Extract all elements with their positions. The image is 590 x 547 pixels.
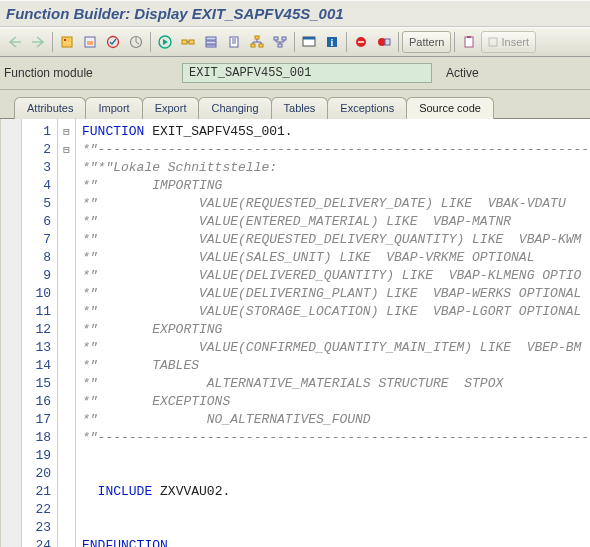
code-editor[interactable]: 1 2 3 4 5 6 7 8 9 10 11 12 13 14 15 16 1… bbox=[0, 119, 590, 547]
svg-rect-20 bbox=[303, 37, 315, 40]
svg-text:i: i bbox=[331, 37, 334, 48]
svg-rect-11 bbox=[206, 45, 216, 47]
activate-icon[interactable] bbox=[125, 31, 147, 53]
module-field[interactable] bbox=[182, 63, 432, 83]
margin-bar bbox=[0, 119, 22, 547]
svg-rect-15 bbox=[259, 44, 263, 47]
module-label: Function module bbox=[4, 66, 174, 80]
svg-rect-18 bbox=[278, 44, 282, 47]
forward-icon[interactable] bbox=[27, 31, 49, 53]
clipboard-icon[interactable] bbox=[458, 31, 480, 53]
toolbar: i Pattern Insert bbox=[0, 27, 590, 57]
where-used-icon[interactable] bbox=[177, 31, 199, 53]
separator bbox=[52, 32, 53, 52]
insert-label: Insert bbox=[501, 36, 529, 48]
svg-rect-0 bbox=[62, 37, 72, 47]
display-object-icon[interactable] bbox=[56, 31, 78, 53]
check-icon[interactable] bbox=[102, 31, 124, 53]
insert-button[interactable]: Insert bbox=[481, 31, 536, 53]
tab-attributes[interactable]: Attributes bbox=[14, 97, 86, 119]
svg-rect-7 bbox=[182, 40, 187, 44]
svg-rect-10 bbox=[206, 41, 216, 44]
screen-icon[interactable] bbox=[298, 31, 320, 53]
navigation-icon[interactable] bbox=[223, 31, 245, 53]
tab-exceptions[interactable]: Exceptions bbox=[327, 97, 407, 119]
other-object-icon[interactable] bbox=[79, 31, 101, 53]
svg-rect-27 bbox=[467, 36, 471, 38]
svg-rect-28 bbox=[489, 38, 497, 46]
tab-changing[interactable]: Changing bbox=[198, 97, 271, 119]
svg-rect-9 bbox=[206, 37, 216, 40]
line-gutter: 1 2 3 4 5 6 7 8 9 10 11 12 13 14 15 16 1… bbox=[22, 119, 58, 547]
breakpoint-icon[interactable] bbox=[350, 31, 372, 53]
pattern-button[interactable]: Pattern bbox=[402, 31, 451, 53]
svg-rect-13 bbox=[255, 36, 259, 39]
tabs-area: Attributes Import Export Changing Tables… bbox=[0, 90, 590, 547]
tab-import[interactable]: Import bbox=[85, 97, 142, 119]
info-icon[interactable]: i bbox=[321, 31, 343, 53]
separator bbox=[150, 32, 151, 52]
hierarchy-icon[interactable] bbox=[246, 31, 268, 53]
page-title: Function Builder: Display EXIT_SAPFV45S_… bbox=[6, 5, 344, 22]
tab-source[interactable]: Source code bbox=[406, 97, 494, 119]
separator bbox=[398, 32, 399, 52]
breakpoint2-icon[interactable] bbox=[373, 31, 395, 53]
svg-rect-17 bbox=[282, 37, 286, 40]
object-list-icon[interactable] bbox=[200, 31, 222, 53]
status-label: Active bbox=[440, 66, 479, 80]
tab-export[interactable]: Export bbox=[142, 97, 200, 119]
tabs: Attributes Import Export Changing Tables… bbox=[0, 96, 590, 119]
back-icon[interactable] bbox=[4, 31, 26, 53]
svg-rect-16 bbox=[274, 37, 278, 40]
svg-rect-25 bbox=[385, 39, 390, 45]
svg-rect-3 bbox=[87, 41, 93, 45]
separator bbox=[454, 32, 455, 52]
svg-point-1 bbox=[64, 39, 66, 41]
module-row: Function module Active bbox=[0, 57, 590, 90]
fold-column: ⊟ ⊟ bbox=[58, 119, 76, 547]
tab-tables[interactable]: Tables bbox=[271, 97, 329, 119]
svg-rect-26 bbox=[465, 37, 473, 47]
tree-icon[interactable] bbox=[269, 31, 291, 53]
separator bbox=[346, 32, 347, 52]
code-area[interactable]: FUNCTION EXIT_SAPFV45S_001. *"----------… bbox=[76, 119, 590, 547]
pattern-label: Pattern bbox=[409, 36, 444, 48]
titlebar: Function Builder: Display EXIT_SAPFV45S_… bbox=[0, 0, 590, 27]
svg-rect-14 bbox=[251, 44, 255, 47]
separator bbox=[294, 32, 295, 52]
execute-icon[interactable] bbox=[154, 31, 176, 53]
svg-rect-8 bbox=[189, 40, 194, 44]
